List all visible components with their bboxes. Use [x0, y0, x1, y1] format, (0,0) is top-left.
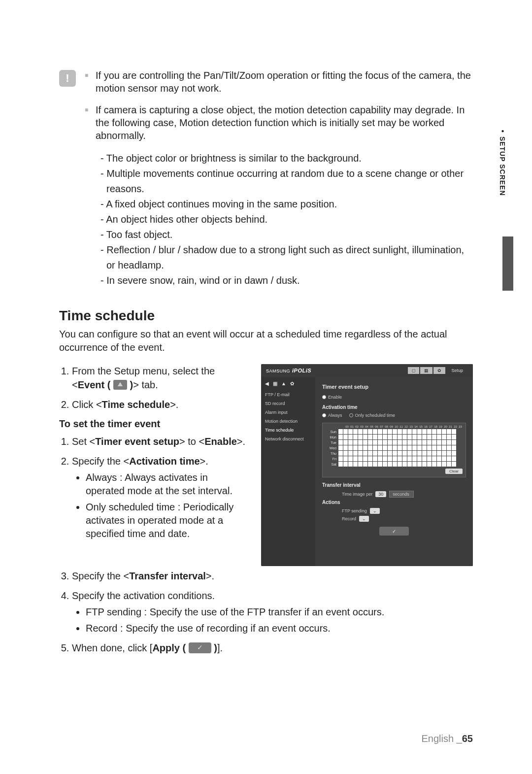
caution-icon: !	[59, 70, 76, 87]
transfer-unit[interactable]: seconds	[389, 491, 414, 498]
side-tab: ● SETUP SCREEN	[499, 128, 506, 196]
note-subitem: Too fast object.	[100, 227, 473, 242]
transfer-value[interactable]: 30	[375, 491, 386, 497]
play-icon[interactable]: ▦	[420, 367, 432, 374]
timer-step-2: Specify the <Activation time>. Always : …	[72, 454, 246, 540]
grid-hours: 0001020304050607080910111213141516171819…	[326, 425, 463, 428]
timer-heading: To set the timer event	[59, 418, 246, 430]
page-footer: English _65	[421, 733, 473, 744]
gear-icon[interactable]: ✿	[433, 367, 445, 374]
record-row: Record ⌄	[342, 516, 466, 522]
square-bullet-icon: ■	[85, 106, 90, 142]
sidebar-item-selected[interactable]: Time schedule	[265, 428, 311, 433]
shot-sec-actions: Actions	[322, 500, 466, 505]
radio-icon[interactable]	[322, 413, 326, 417]
side-tab-bullet: ●	[500, 128, 505, 134]
shot-top-tabs: ◻ ▦ ✿ Setup	[408, 367, 468, 374]
radio-icon[interactable]	[349, 413, 353, 417]
note-sublist: The object color or brightness is simila…	[100, 151, 473, 288]
activation-radios: Always Only scheduled time	[322, 413, 466, 418]
note-subitem: A fixed object continues moving in the s…	[100, 197, 473, 212]
note-item: ■ If you are controlling the Pan/Tilt/Zo…	[85, 69, 473, 95]
record-select[interactable]: ⌄	[359, 516, 369, 522]
timer-step-4: Specify the activation conditions. FTP s…	[72, 589, 473, 635]
apply-button[interactable]: ✓	[379, 527, 409, 536]
sidebar-item[interactable]: FTP / E-mail	[265, 392, 311, 397]
shot-sec-activation: Activation time	[322, 404, 466, 410]
setup-tab[interactable]: Setup	[446, 367, 468, 374]
step-1: From the Setup menu, select the <Event (…	[72, 364, 246, 392]
note-subitem: Multiple movements continue occurring at…	[100, 166, 473, 197]
shot-logo: SAMSUNGiPOLiS	[266, 368, 311, 373]
enable-row: Enable	[322, 395, 466, 400]
note-subitem: An object hides other objects behind.	[100, 212, 473, 227]
shot-h1: Timer event setup	[322, 384, 466, 390]
note-subitem: The object color or brightness is simila…	[100, 151, 473, 166]
bullet: FTP sending : Specify the use of the FTP…	[86, 606, 473, 619]
sidebar-item[interactable]: Network disconnect	[265, 437, 311, 441]
note-text: If you are controlling the Pan/Tilt/Zoom…	[96, 69, 473, 95]
side-tab-text: SETUP SCREEN	[499, 136, 506, 196]
sidebar-iconrow: ◀▦▲✿	[265, 381, 311, 386]
ftp-select[interactable]: ⌄	[370, 508, 380, 514]
note-text: If camera is capturing a close object, t…	[96, 103, 473, 142]
timer-steps: Set <Timer event setup> to <Enable>. Spe…	[59, 435, 246, 540]
shot-sec-transfer: Transfer interval	[322, 482, 466, 488]
sidebar-item[interactable]: Alarm input	[265, 410, 311, 415]
sidebar-item[interactable]: SD record	[265, 401, 311, 406]
event-tab-icon	[113, 380, 127, 390]
schedule-grid[interactable]: 0001020304050607080910111213141516171819…	[322, 423, 466, 477]
timer-step-5: When done, click [Apply ( )].	[72, 641, 473, 655]
step-2: Click <Time schedule>.	[72, 398, 246, 411]
clear-button[interactable]: Clear	[445, 469, 463, 474]
timer-step-1: Set <Timer event setup> to <Enable>.	[72, 435, 246, 448]
radio-icon[interactable]	[322, 395, 326, 399]
sidebar-item[interactable]: Motion detection	[265, 419, 311, 424]
ftp-row: FTP sending ⌄	[342, 508, 466, 514]
monitor-icon[interactable]: ◻	[408, 367, 419, 374]
note-subitem: Reflection / blur / shadow due to a stro…	[100, 242, 473, 273]
transfer-row: Time image per 30 seconds	[342, 491, 466, 498]
nav-steps: From the Setup menu, select the <Event (…	[59, 364, 246, 411]
bullet: Always : Always activates in operated mo…	[86, 471, 246, 498]
bullet: Record : Specify the use of recording if…	[86, 622, 473, 635]
note-block: ! ■ If you are controlling the Pan/Tilt/…	[59, 69, 473, 288]
section-intro: You can configure so that an event will …	[59, 328, 473, 354]
shot-sidebar: ◀▦▲✿ FTP / E-mail SD record Alarm input …	[261, 377, 315, 566]
timer-steps-cont: Specify the <Transfer interval>. Specify…	[59, 569, 473, 655]
shot-main: Timer event setup Enable Activation time…	[315, 377, 473, 566]
side-thumb	[502, 236, 513, 291]
settings-screenshot: SAMSUNGiPOLiS ◻ ▦ ✿ Setup ◀▦▲✿ FTP / E-m…	[261, 364, 473, 566]
timer-step-3: Specify the <Transfer interval>.	[72, 569, 473, 583]
section-title: Time schedule	[59, 308, 473, 324]
square-bullet-icon: ■	[85, 72, 90, 95]
note-item: ■ If camera is capturing a close object,…	[85, 103, 473, 142]
apply-icon	[189, 642, 211, 653]
shot-header: SAMSUNGiPOLiS ◻ ▦ ✿ Setup	[261, 364, 473, 377]
bullet: Only scheduled time : Periodically activ…	[86, 501, 246, 540]
note-subitem: In severe snow, rain, wind or in dawn / …	[100, 273, 473, 288]
